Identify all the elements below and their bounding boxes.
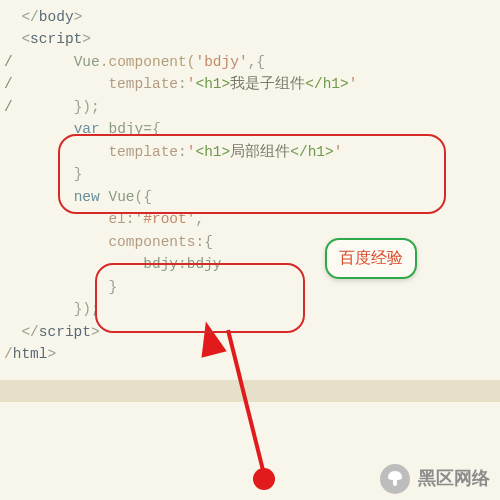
watermark-brand: 黑区网络: [380, 464, 490, 494]
code-line: el:'#root',: [0, 208, 500, 230]
code-line: }: [0, 276, 500, 298]
line-highlight: [0, 380, 500, 402]
code-line: new Vue({: [0, 186, 500, 208]
code-line: });: [0, 298, 500, 320]
code-line: var bdjy={: [0, 118, 500, 140]
code-line: bdjy:bdjy: [0, 253, 500, 275]
code-line: <script>: [0, 28, 500, 50]
callout-text: 百度经验: [339, 249, 403, 266]
code-block: </body> <script> / Vue.component('bdjy',…: [0, 0, 500, 366]
code-line: /html>: [0, 343, 500, 365]
code-line: / Vue.component('bdjy',{: [0, 51, 500, 73]
code-line: / });: [0, 96, 500, 118]
annotation-arrow-origin-dot: [253, 468, 275, 490]
code-line: template:'<h1>局部组件</h1>': [0, 141, 500, 163]
brand-text: 黑区网络: [418, 465, 490, 493]
code-line: / template:'<h1>我是子组件</h1>': [0, 73, 500, 95]
svg-rect-0: [393, 479, 397, 486]
code-line: components:{: [0, 231, 500, 253]
code-line: </body>: [0, 6, 500, 28]
code-line: }: [0, 163, 500, 185]
code-line: </script>: [0, 321, 500, 343]
callout-label: 百度经验: [325, 238, 417, 279]
mushroom-icon: [380, 464, 410, 494]
